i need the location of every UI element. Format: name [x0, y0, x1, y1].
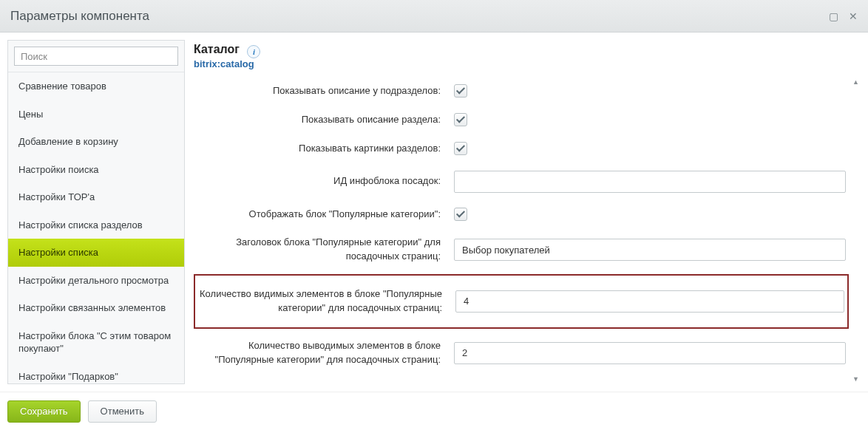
- input-popular-output-count[interactable]: [454, 342, 846, 364]
- input-landing-iblock-id[interactable]: [454, 171, 846, 193]
- sidebar-item[interactable]: Цены: [8, 100, 184, 129]
- row-control: [455, 290, 844, 313]
- component-id: bitrix:catalog: [194, 58, 260, 69]
- sidebar-item[interactable]: Сравнение товаров: [8, 72, 184, 100]
- row-label: Количество видимых элементов в блоке "По…: [198, 287, 442, 315]
- sidebar: Сравнение товаров Цены Добавление в корз…: [7, 40, 185, 384]
- row-label: ИД инфоблока посадок:: [197, 174, 441, 188]
- titlebar: Параметры компонента ▢ ✕: [0, 0, 868, 33]
- row-label: Отображать блок "Популярные категории":: [197, 208, 441, 222]
- row-control: [454, 171, 846, 193]
- row-control: [454, 142, 846, 155]
- scroll-down-icon[interactable]: ▼: [852, 375, 859, 383]
- sidebar-item[interactable]: Настройки ТОР'а: [8, 183, 184, 211]
- form-row-show-subsection-desc: Показывать описание у подразделов:: [194, 77, 849, 106]
- main-pane: Каталог i bitrix:catalog ▲ Показывать оп…: [194, 40, 861, 384]
- form-row-landing-iblock-id: ИД инфоблока посадок:: [194, 163, 849, 200]
- window-controls: ▢ ✕: [829, 10, 858, 22]
- scroll-up-icon[interactable]: ▲: [852, 78, 859, 86]
- row-label: Заголовок блока "Популярные категории" д…: [197, 236, 441, 264]
- cancel-button[interactable]: Отменить: [88, 400, 157, 423]
- checkbox-show-subsection-desc[interactable]: [454, 84, 467, 98]
- info-icon[interactable]: i: [247, 45, 260, 58]
- dialog-body: Сравнение товаров Цены Добавление в корз…: [0, 33, 868, 392]
- sidebar-item[interactable]: Настройки детального просмотра: [8, 267, 184, 295]
- row-control: [454, 342, 846, 364]
- sidebar-item[interactable]: Настройки "Подарков": [8, 363, 184, 383]
- form-row-show-popular-block: Отображать блок "Популярные категории":: [194, 200, 849, 229]
- row-label: Показывать описание у подразделов:: [197, 84, 441, 98]
- main-header-text: Каталог i bitrix:catalog: [194, 43, 260, 69]
- dialog-window: Параметры компонента ▢ ✕ Сравнение товар…: [0, 0, 868, 430]
- search-wrap: [8, 41, 184, 72]
- row-label: Количество выводимых элементов в блоке "…: [197, 339, 441, 367]
- input-popular-title[interactable]: [454, 239, 846, 261]
- form-row-show-section-images: Показывать картинки разделов:: [194, 134, 849, 163]
- sidebar-item[interactable]: Настройки связанных элементов: [8, 294, 184, 322]
- row-label: Показывать картинки разделов:: [197, 142, 441, 156]
- close-icon[interactable]: ✕: [849, 10, 858, 22]
- form-row-popular-output-count: Количество выводимых элементов в блоке "…: [194, 332, 849, 375]
- page-title: Каталог i: [194, 43, 260, 57]
- sidebar-item[interactable]: Добавление в корзину: [8, 128, 184, 156]
- sidebar-item[interactable]: Настройки списка разделов: [8, 211, 184, 239]
- window-title: Параметры компонента: [10, 9, 149, 24]
- nav-list[interactable]: Сравнение товаров Цены Добавление в корз…: [8, 72, 184, 383]
- search-input[interactable]: [14, 47, 178, 66]
- checkbox-show-popular-block[interactable]: [454, 208, 467, 221]
- checkbox-show-section-desc[interactable]: [454, 113, 467, 126]
- row-control: [454, 208, 846, 221]
- row-control: [454, 239, 846, 261]
- sidebar-item[interactable]: Настройки блока "С этим товаром покупают…: [8, 322, 184, 363]
- row-control: [454, 84, 846, 98]
- input-popular-visible-count[interactable]: [455, 290, 844, 313]
- main-header: Каталог i bitrix:catalog: [194, 40, 861, 77]
- form-row-popular-visible-count: Количество видимых элементов в блоке "По…: [194, 274, 849, 329]
- dialog-footer: Сохранить Отменить: [0, 392, 868, 430]
- form-row-popular-title: Заголовок блока "Популярные категории" д…: [194, 228, 849, 271]
- form-row-show-section-desc: Показывать описание раздела:: [194, 106, 849, 134]
- row-control: [454, 113, 846, 126]
- maximize-icon[interactable]: ▢: [829, 10, 838, 22]
- checkbox-show-section-images[interactable]: [454, 142, 467, 155]
- form-scroll[interactable]: ▲ Показывать описание у подразделов: Пок…: [194, 77, 861, 384]
- heading-text: Каталог: [194, 43, 240, 55]
- sidebar-item-active[interactable]: Настройки списка: [8, 239, 184, 267]
- sidebar-item[interactable]: Настройки поиска: [8, 156, 184, 184]
- save-button[interactable]: Сохранить: [7, 400, 81, 423]
- row-label: Показывать описание раздела:: [197, 113, 441, 127]
